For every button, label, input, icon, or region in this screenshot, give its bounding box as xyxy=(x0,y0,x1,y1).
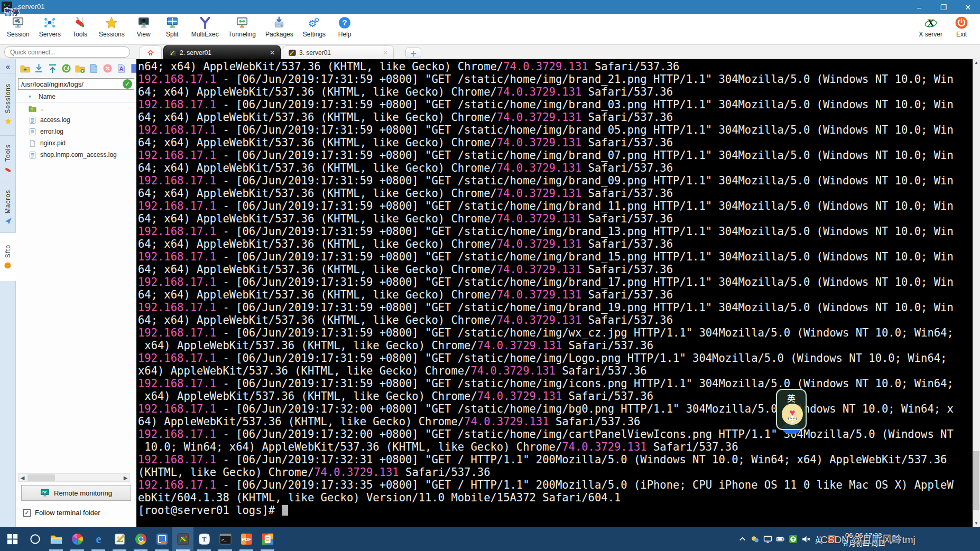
sftp-globe-icon xyxy=(4,262,12,269)
sidebar-tab-tools[interactable]: Tools xyxy=(0,135,16,182)
tab-bar: 2. server01✕3. server01✕ ＋ xyxy=(136,45,980,59)
session-tab-2-server01[interactable]: 2. server01✕ xyxy=(163,45,281,59)
file-panel-toolbar: A xyxy=(16,59,136,77)
go-path-button[interactable]: ✓ xyxy=(123,79,132,89)
toolbar-button-multiexec[interactable]: MultiExec xyxy=(187,14,224,44)
encoding-icon[interactable] xyxy=(130,63,136,73)
start-button[interactable] xyxy=(0,527,24,551)
taskbar-photos-icon[interactable] xyxy=(67,527,88,551)
sidebar-tab-macros[interactable]: Macros xyxy=(0,182,16,232)
delete-icon[interactable] xyxy=(103,63,113,73)
taskbar-search-icon[interactable] xyxy=(24,527,45,551)
tray-chevron-up-icon[interactable] xyxy=(738,535,747,544)
toolbar-button-help[interactable]: ?Help xyxy=(330,14,359,44)
tab-band: 2. server01✕3. server01✕ ＋ xyxy=(0,45,980,59)
new-file-icon[interactable] xyxy=(89,63,99,73)
quick-connect-input[interactable] xyxy=(4,46,130,58)
toolbar-button-packages[interactable]: Packages xyxy=(261,14,298,44)
rename-icon[interactable]: A xyxy=(116,63,126,73)
sidebar-tab-sftp[interactable]: Sftp xyxy=(0,232,16,281)
path-input[interactable] xyxy=(18,78,134,90)
terminal-line: 192.168.17.1 - [06/Jun/2019:17:31:59 +08… xyxy=(138,124,973,136)
home-tab[interactable] xyxy=(140,45,162,59)
toolbar-button-tools[interactable]: Tools xyxy=(66,14,94,44)
maximize-button[interactable]: ❐ xyxy=(931,0,956,14)
svg-text:>_: >_ xyxy=(221,537,226,542)
file-list-header[interactable]: ▾ Name xyxy=(16,91,136,102)
taskbar-explorer-icon[interactable] xyxy=(45,527,67,551)
tray-update-icon[interactable] xyxy=(789,535,798,544)
tab-label: 2. server01 xyxy=(180,49,211,57)
recorder-pause-overlay: 暂停 xyxy=(4,6,19,17)
toolbar-button-tunneling[interactable]: Tunneling xyxy=(224,14,261,44)
taskbar-image-editor-icon[interactable] xyxy=(109,527,130,551)
follow-terminal-checkbox[interactable]: ✓ xyxy=(23,509,31,517)
file-name: .. xyxy=(40,105,44,112)
toolbar-button-split[interactable]: Split xyxy=(158,14,187,44)
minimize-button[interactable]: – xyxy=(907,0,931,14)
terminal-line: 10.0; Win64; x64) AppleWebKit/537.36 (KH… xyxy=(138,441,973,453)
collapse-sidebar-button[interactable]: « xyxy=(0,59,16,73)
terminal-session-icon xyxy=(289,49,296,57)
toolbar-button-view[interactable]: View xyxy=(130,14,158,44)
taskbar-wps-icon[interactable] xyxy=(257,527,278,551)
tab-close-icon[interactable]: ✕ xyxy=(383,49,388,57)
taskbar-edge-icon[interactable]: e xyxy=(88,527,109,551)
toolbar-button-session[interactable]: Session xyxy=(2,14,34,44)
new-tab-button[interactable]: ＋ xyxy=(405,48,421,58)
terminal-prompt: [root@server01 logs]# xyxy=(138,504,973,517)
svg-text:PDF: PDF xyxy=(242,537,251,542)
terminal-line: 192.168.17.1 - [06/Jun/2019:17:31:59 +08… xyxy=(138,352,973,365)
tab-label: 3. server01 xyxy=(299,49,331,57)
terminal[interactable]: n64; x64) AppleWebKit/537.36 (KHTML, lik… xyxy=(136,59,973,527)
file-panel-hscrollbar[interactable]: ◀ ▶ xyxy=(18,473,130,482)
upload-icon[interactable] xyxy=(48,63,58,73)
taskbar-cmd-icon[interactable]: >_ xyxy=(215,527,236,551)
taskbar-pdf-icon[interactable]: PDF xyxy=(236,527,257,551)
tray-display-icon[interactable] xyxy=(763,535,772,544)
download-icon[interactable] xyxy=(34,63,44,73)
floating-ime-widget[interactable]: 英 ♥ Heart xyxy=(776,389,809,434)
toolbar-button-x-server[interactable]: XX server xyxy=(914,14,947,44)
terminal-line: 192.168.17.1 - [06/Jun/2019:17:31:59 +08… xyxy=(138,326,973,339)
tray-battery-icon[interactable] xyxy=(776,535,785,544)
file-row[interactable]: shop.lnmp.com_access.log xyxy=(16,149,136,161)
sidebar-tab-sessions[interactable]: Sessions xyxy=(0,73,16,135)
tray-volume-muted-icon[interactable] xyxy=(801,535,810,544)
file-name: nginx.pid xyxy=(40,139,66,147)
tray-contacts-icon[interactable] xyxy=(751,535,760,544)
tab-close-icon[interactable]: ✕ xyxy=(270,49,275,57)
refresh-icon[interactable] xyxy=(61,63,71,73)
file-row[interactable]: .. xyxy=(16,102,136,114)
toolbar-left-group: SessionServersToolsSessionsViewSplitMult… xyxy=(0,14,359,44)
remote-monitoring-button[interactable]: Remote monitoring xyxy=(21,485,131,501)
scroll-thumb[interactable] xyxy=(973,451,979,510)
taskbar-typora-icon[interactable]: T xyxy=(193,527,215,551)
taskbar-chrome-icon[interactable] xyxy=(130,527,151,551)
close-button[interactable]: ✕ xyxy=(956,0,980,14)
file-row[interactable]: error.log xyxy=(16,126,136,137)
scroll-down-arrow[interactable]: ▼ xyxy=(973,520,980,527)
new-folder-icon[interactable] xyxy=(75,63,85,73)
terminal-scrollbar[interactable]: ▲ ▼ xyxy=(973,59,980,527)
toolbar-button-servers[interactable]: Servers xyxy=(34,14,66,44)
follow-terminal-folder-row[interactable]: ✓ Follow terminal folder xyxy=(23,509,100,517)
session-tab-3-server01[interactable]: 3. server01✕ xyxy=(283,45,394,59)
toolbar-button-settings[interactable]: ⚙⚙Settings xyxy=(298,14,330,44)
side-panel: « SessionsToolsMacrosSftp A ✓ ▾ Name ..a… xyxy=(0,59,136,527)
terminal-line: 64; x64) AppleWebKit/537.36 (KHTML, like… xyxy=(138,314,973,326)
scroll-up-arrow[interactable]: ▲ xyxy=(973,59,980,67)
file-name: shop.lnmp.com_access.log xyxy=(40,151,117,158)
file-row[interactable]: access.log xyxy=(16,114,136,126)
scroll-right-arrow[interactable]: ▶ xyxy=(122,475,130,481)
toolbar-button-sessions[interactable]: Sessions xyxy=(94,14,130,44)
titlebar[interactable]: server01 – ❐ ✕ xyxy=(0,0,980,14)
toolbar-button-exit[interactable]: Exit xyxy=(947,14,976,44)
taskbar-vmware-icon[interactable] xyxy=(151,527,172,551)
scroll-left-arrow[interactable]: ◀ xyxy=(19,475,26,481)
mobaxterm-window: server01 – ❐ ✕ 暂停 SessionServersToolsSes… xyxy=(0,0,980,551)
file-row[interactable]: nginx.pid xyxy=(16,137,136,149)
folder-up-icon[interactable] xyxy=(20,63,30,73)
hscroll-thumb[interactable] xyxy=(27,474,55,481)
taskbar-mobaxterm-icon[interactable] xyxy=(172,527,193,551)
